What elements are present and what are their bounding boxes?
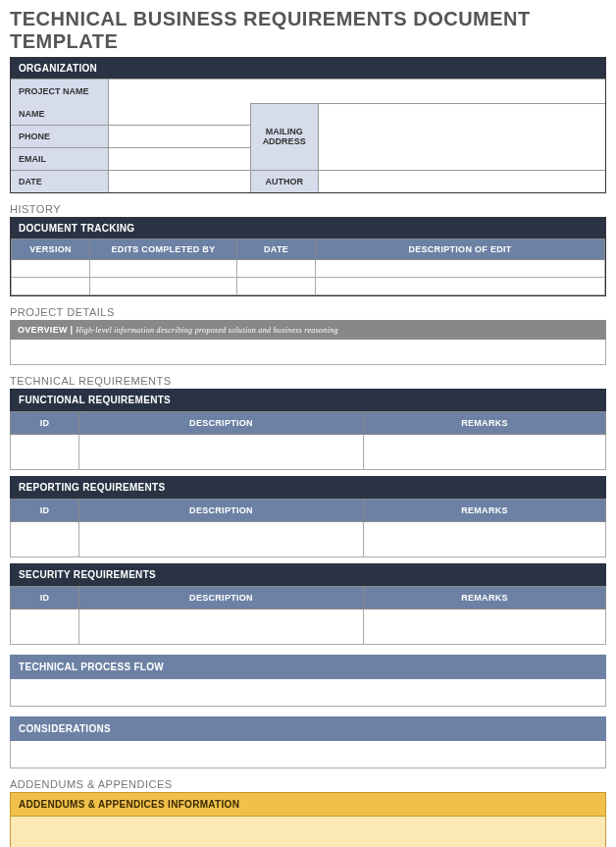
project-name-input[interactable]: [109, 79, 605, 103]
col-date: DATE: [237, 239, 316, 260]
organization-header: ORGANIZATION: [11, 58, 605, 79]
project-details-label: PROJECT DETAILS: [10, 306, 606, 318]
table-row[interactable]: [11, 435, 606, 470]
col-remarks: REMARKS: [364, 500, 606, 522]
project-name-label: PROJECT NAME: [11, 79, 109, 103]
col-id: ID: [11, 500, 79, 522]
addendums-label: ADDENDUMS & APPENDICES: [10, 778, 606, 790]
name-input[interactable]: [109, 103, 250, 125]
date-input[interactable]: [109, 171, 250, 192]
overview-header: OVERVIEW | High-level information descri…: [10, 320, 606, 340]
reporting-requirements-header: REPORTING REQUIREMENTS: [10, 476, 606, 499]
table-row[interactable]: [11, 522, 606, 557]
technical-process-flow-header: TECHNICAL PROCESS FLOW: [10, 655, 606, 679]
addendums-input[interactable]: [10, 817, 606, 847]
mailing-address-label: MAILING ADDRESS: [250, 103, 319, 170]
overview-input[interactable]: [10, 340, 606, 365]
col-remarks: REMARKS: [364, 587, 606, 609]
col-id: ID: [11, 412, 79, 435]
name-label: NAME: [11, 103, 109, 125]
phone-input[interactable]: [109, 126, 250, 147]
col-remarks: REMARKS: [364, 412, 606, 435]
author-input[interactable]: [319, 170, 605, 192]
document-tracking-header: DOCUMENT TRACKING: [11, 218, 605, 238]
col-version: VERSION: [12, 239, 90, 260]
security-requirements-table: ID DESCRIPTION REMARKS: [10, 586, 606, 645]
table-row[interactable]: [12, 278, 605, 295]
history-section-label: HISTORY: [10, 203, 606, 215]
author-label: AUTHOR: [250, 170, 319, 192]
functional-requirements-header: FUNCTIONAL REQUIREMENTS: [10, 389, 606, 411]
history-table: VERSION EDITS COMPLETED BY DATE DESCRIPT…: [11, 238, 605, 295]
col-desc-edit: DESCRIPTION OF EDIT: [316, 239, 605, 260]
table-row[interactable]: [12, 260, 605, 278]
overview-label: OVERVIEW: [18, 325, 68, 335]
col-description: DESCRIPTION: [79, 587, 364, 609]
phone-label: PHONE: [11, 126, 109, 147]
date-label: DATE: [11, 171, 109, 192]
col-edits-by: EDITS COMPLETED BY: [90, 239, 237, 260]
history-panel: DOCUMENT TRACKING VERSION EDITS COMPLETE…: [10, 217, 606, 296]
table-row[interactable]: [11, 609, 606, 645]
security-requirements-header: SECURITY REQUIREMENTS: [10, 563, 606, 586]
mailing-address-input[interactable]: [319, 103, 605, 170]
email-label: EMAIL: [11, 148, 109, 170]
email-input[interactable]: [109, 148, 250, 170]
functional-requirements-table: ID DESCRIPTION REMARKS: [10, 411, 606, 470]
technical-process-flow-input[interactable]: [10, 679, 606, 707]
document-title: TECHNICAL BUSINESS REQUIREMENTS DOCUMENT…: [10, 8, 606, 53]
col-id: ID: [11, 587, 79, 609]
considerations-header: CONSIDERATIONS: [10, 716, 606, 741]
organization-panel: ORGANIZATION PROJECT NAME NAME PHONE EMA…: [10, 57, 606, 193]
reporting-requirements-table: ID DESCRIPTION REMARKS: [10, 499, 606, 557]
col-description: DESCRIPTION: [79, 500, 364, 522]
technical-requirements-label: TECHNICAL REQUIREMENTS: [10, 375, 606, 387]
addendums-header: ADDENDUMS & APPENDICES INFORMATION: [10, 792, 606, 817]
considerations-input[interactable]: [10, 741, 606, 768]
col-description: DESCRIPTION: [79, 412, 364, 435]
overview-hint: High-level information describing propos…: [76, 326, 338, 335]
